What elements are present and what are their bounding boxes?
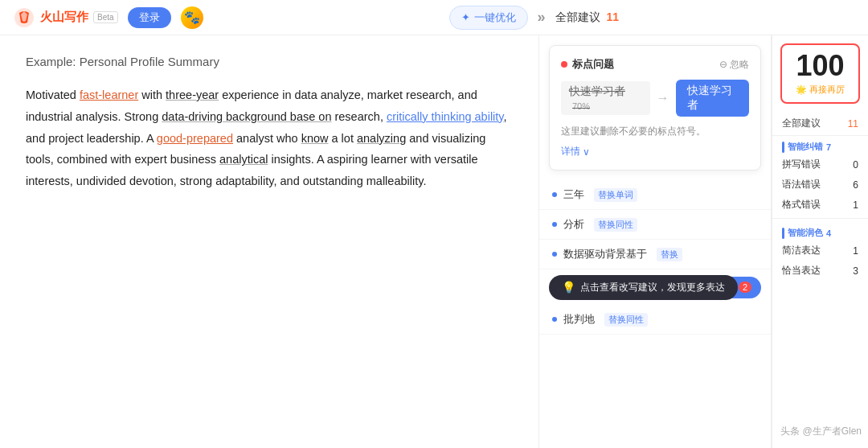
sidebar-section-title-1: 智能纠错 7 [772,136,868,154]
card-detail[interactable]: 详情 ∨ [561,145,749,158]
word-original: 快速学习者 70% [561,81,650,115]
suggestions-text: 全部建议 [555,10,600,23]
score-number: 100 [788,51,852,80]
bulb-icon: 💡 [562,281,575,294]
item-text-0: 三年 [563,187,584,202]
score-box: 100 🌟 再接再厉 [780,43,860,104]
item-tag-3[interactable]: 替换同性 [604,313,648,327]
sidebar-item-appropriate[interactable]: 恰当表达 3 [772,261,868,281]
avatar-button[interactable]: 🐾 [181,6,203,29]
tooltip-text: 点击查看改写建议，发现更多表达 [580,281,725,294]
optimize-label: 一键优化 [474,10,516,25]
beta-badge: Beta [93,11,118,23]
score-emoji: 🌟 [796,84,807,95]
item-dot [552,192,557,197]
format-count: 1 [853,199,858,211]
watermark: 头条 @生产者Glen [780,425,868,438]
login-button[interactable]: 登录 [128,7,171,28]
format-label: 格式错误 [782,198,821,212]
ignore-button[interactable]: ⊖ 忽略 [719,58,749,72]
word-arrow: → [657,91,669,105]
item-dot-3 [552,317,557,322]
card-detail-label: 详情 [561,145,580,158]
tooltip-row: 💡 点击查看改写建议，发现更多表达 发现更多表达 2 [539,269,771,305]
sidebar-item-format[interactable]: 格式错误 1 [772,195,868,215]
card-tip: 这里建议删除不必要的标点符号。 [561,125,749,138]
highlight-analytical[interactable]: analytical [219,153,268,166]
spelling-label: 拼写错误 [782,158,821,171]
sidebar-all-label: 全部建议 [782,117,821,130]
middle-panel: 标点问题 ⊖ 忽略 快速学习者 70% → 快速学习者 这里建议删除不必要的标点… [538,35,772,448]
highlight-know[interactable]: know [301,132,329,145]
section-title-1: 智能纠错 [788,141,823,153]
item-dot-1 [552,222,557,227]
sidebar-section-title-2: 智能润色 4 [772,222,868,240]
card-header: 标点问题 ⊖ 忽略 [561,57,749,72]
suggestions-count: 11 [606,10,619,23]
highlight-good-prepared[interactable]: good-prepared [157,132,233,145]
suggestion-item-0[interactable]: 三年 替换单词 [539,180,771,210]
section-count-2: 4 [826,228,831,238]
section-title-2: 智能润色 [788,227,823,239]
word-compare: 快速学习者 70% → 快速学习者 [561,80,749,117]
more-button[interactable]: » [538,9,546,26]
sidebar-all-suggestions[interactable]: 全部建议 11 [772,112,868,136]
topbar: 火山写作 Beta 登录 🐾 ✦ 一键优化 » 全部建议 11 [0,0,868,35]
doc-body: Motivated fast-learner with three-year e… [26,84,513,192]
right-sidebar: 100 🌟 再接再厉 全部建议 11 智能纠错 7 拼写错误 0 语法错误 6 … [772,35,868,448]
highlight-three-year[interactable]: three-year [166,88,219,101]
score-sub-label: 再接再厉 [809,84,845,96]
item-text-2: 数据驱动背景基于 [563,247,647,261]
suggestions-label: 全部建议 11 [555,10,619,25]
sidebar-item-grammar[interactable]: 语法错误 6 [772,175,868,195]
highlight-fast-learner[interactable]: fast-learner [80,88,138,101]
discover-badge: 2 [739,282,751,293]
grammar-label: 语法错误 [782,178,821,191]
concise-count: 1 [853,245,858,257]
ignore-label: 忽略 [730,58,749,72]
logo-icon [13,6,35,29]
word-new[interactable]: 快速学习者 [676,80,749,117]
score-sub: 🌟 再接再厉 [788,84,852,96]
sidebar-item-spelling[interactable]: 拼写错误 0 [772,154,868,175]
sidebar-all-count: 11 [848,118,858,129]
suggestion-item-1[interactable]: 分析 替换同性 [539,210,771,240]
section-count-1: 7 [826,142,831,152]
accent-bar-1 [782,142,784,153]
sidebar-item-concise[interactable]: 简洁表达 1 [772,240,868,261]
item-tag-1[interactable]: 替换同性 [594,218,637,232]
highlight-thinking[interactable]: critically thinking ability [387,110,504,123]
original-word-text: 快速学习者 [569,84,625,97]
app-name: 火山写作 [40,10,88,25]
grammar-count: 6 [853,179,858,191]
original-tag: 70% [572,101,590,111]
accent-bar-2 [782,228,784,239]
concise-label: 简洁表达 [782,244,821,257]
highlight-analyzing[interactable]: analyzing [357,132,406,145]
editor-area: Example: Personal Profile Summary Motiva… [0,35,538,448]
sidebar-divider [772,218,868,219]
suggestion-item-2[interactable]: 数据驱动背景基于 替换 [539,240,771,269]
optimize-icon: ✦ [461,11,470,23]
item-tag-2[interactable]: 替换 [657,248,682,261]
highlight-data-driving[interactable]: data-driving background base on [162,110,331,123]
card-type-label: 标点问题 [572,57,614,72]
topbar-center: ✦ 一键优化 » 全部建议 11 [213,6,855,30]
suggestion-card: 标点问题 ⊖ 忽略 快速学习者 70% → 快速学习者 这里建议删除不必要的标点… [549,45,761,171]
main-layout: Example: Personal Profile Summary Motiva… [0,35,868,448]
item-dot-2 [552,252,557,257]
card-type: 标点问题 [561,57,614,72]
appropriate-count: 3 [853,265,858,277]
logo-area: 火山写作 Beta [13,6,118,29]
optimize-button[interactable]: ✦ 一键优化 [449,6,528,30]
item-text-1: 分析 [563,217,584,232]
suggestion-item-3[interactable]: 批判地 替换同性 [539,305,771,335]
ignore-icon: ⊖ [719,59,727,70]
tooltip-banner: 💡 点击查看改写建议，发现更多表达 [549,275,738,300]
chevron-down-icon: ∨ [583,146,590,158]
item-tag-0[interactable]: 替换单词 [594,188,637,202]
spelling-count: 0 [853,159,858,171]
doc-title: Example: Personal Profile Summary [26,55,513,68]
dot-red [561,61,567,68]
appropriate-label: 恰当表达 [782,264,821,277]
